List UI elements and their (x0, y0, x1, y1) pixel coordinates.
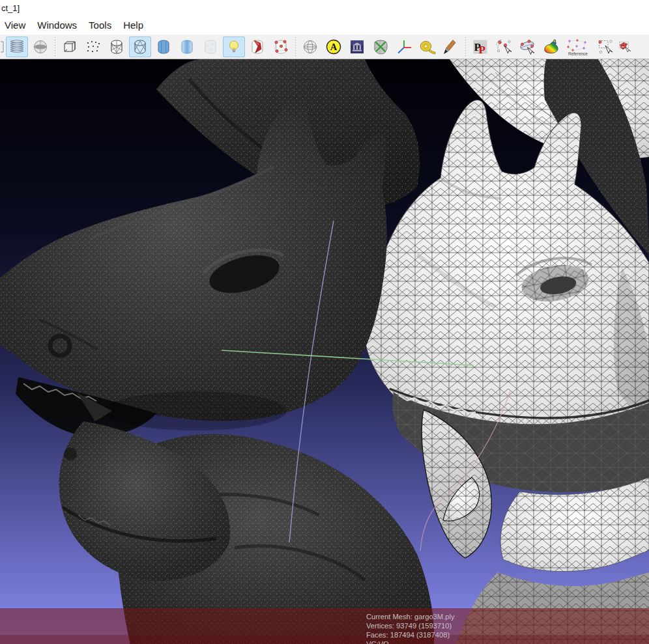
select-vertices-icon[interactable] (594, 36, 616, 57)
status-overlay: Current Mesh: gargo3M.ply Vertices: 9374… (0, 608, 649, 644)
wireframe-icon[interactable] (106, 36, 128, 57)
measuring-tape-icon[interactable] (416, 36, 439, 57)
texture-parametrization-icon[interactable] (369, 36, 392, 57)
window-titlebar: ct_1] (0, 0, 649, 16)
status-clipped-line: VC:VO (366, 640, 389, 644)
background-env-icon[interactable] (346, 36, 368, 57)
menu-tools[interactable]: Tools (83, 18, 117, 33)
layers-icon[interactable] (6, 36, 28, 57)
points-icon[interactable] (82, 36, 104, 57)
quality-mapper-icon[interactable] (540, 36, 562, 57)
smooth-icon[interactable] (176, 36, 198, 57)
menu-view[interactable]: View (0, 18, 31, 33)
selected-vertices-icon[interactable] (270, 36, 292, 57)
pickpoints-icon[interactable]: P P (469, 36, 491, 57)
toolbar-separator (293, 37, 298, 57)
status-vertices: Vertices: 93749 (1593710) (366, 622, 452, 630)
toolbar-separator (52, 37, 58, 57)
orthographic-globe-icon[interactable] (299, 36, 321, 57)
paint-icon[interactable] (440, 36, 462, 57)
show-axis-icon[interactable] (393, 36, 415, 57)
menu-help[interactable]: Help (117, 18, 149, 33)
mesh-scene: Current Mesh: gargo3M.ply Vertices: 9374… (0, 59, 649, 644)
backface-culling-icon[interactable] (246, 36, 268, 57)
reference-scene-icon[interactable]: Reference (563, 36, 593, 57)
select-faces-icon[interactable] (618, 36, 632, 57)
window-title-fragment: ct_1] (1, 3, 20, 13)
viewport-3d[interactable]: Current Mesh: gargo3M.ply Vertices: 9374… (0, 59, 649, 644)
light-icon[interactable] (223, 36, 245, 57)
main-toolbar: A (0, 35, 649, 59)
trackball-icon[interactable] (29, 36, 51, 57)
toolbar-separator (463, 37, 469, 57)
align-plane-icon[interactable] (516, 36, 538, 57)
texture-icon[interactable] (199, 36, 222, 57)
ambient-occlusion-icon[interactable]: A (323, 36, 345, 57)
svg-text:Reference: Reference (568, 51, 588, 56)
point-picking-icon[interactable] (493, 36, 515, 57)
menu-bar: View Windows Tools Help (0, 16, 649, 35)
menu-windows[interactable]: Windows (31, 18, 83, 33)
bounding-box-icon[interactable] (59, 36, 81, 57)
status-faces: Faces: 187494 (3187408) (366, 631, 450, 639)
svg-text:P: P (479, 43, 485, 55)
edge-clipped-icon[interactable] (0, 36, 5, 57)
flat-icon[interactable] (152, 36, 175, 57)
status-current-mesh: Current Mesh: gargo3M.ply (366, 613, 455, 621)
flat-lines-icon[interactable] (129, 36, 151, 57)
svg-text:A: A (330, 42, 338, 52)
